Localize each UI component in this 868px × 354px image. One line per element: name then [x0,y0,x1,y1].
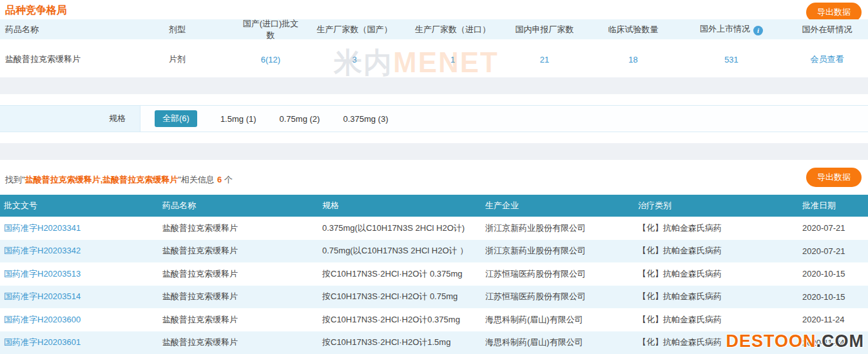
cell-manufacturer: 海思科制药(眉山)有限公司 [481,314,634,326]
cell-manufacturer: 江苏恒瑞医药股份有限公司 [481,291,634,302]
approval-number-link[interactable]: 国药准字H20203601 [4,337,81,347]
summary-table-row: 盐酸普拉克索缓释片 片剂 6(12) 3 1 21 18 531 会员查看 [0,39,868,79]
col-approval-date: 批准日期 [798,200,868,211]
col-domestic-applicants: 国内申报厂家数 [499,24,590,35]
cell-manufacturer: 浙江京新药业股份有限公司 [481,222,634,234]
col-therapy-category: 治疗类别 [634,200,798,211]
cell-manufacturer: 海思科制药(眉山)有限公司 [481,337,634,348]
results-keyword: 盐酸普拉克索缓释片,盐酸普拉克索缓释片 [25,175,178,184]
col-import-manufacturers: 生产厂家数（进口） [406,24,499,35]
cell-approval-date: 2020-07-21 [798,246,868,256]
approval-number-link[interactable]: 国药准字H20203514 [4,291,81,301]
cell-therapy-category: 【化】抗帕金森氏病药 [634,291,798,302]
page-title: 品种竞争格局 [5,4,67,17]
filter-option-1-5mg[interactable]: 1.5mg (1) [220,114,256,124]
filter-option-all[interactable]: 全部(6) [155,110,197,127]
cell-approval-count-link[interactable]: 6(12) [261,55,280,64]
cell-specification: 按C10H17N3S·2HCl·H2O计 0.75mg [318,291,481,302]
results-middle: "相关信息 [178,175,215,184]
approval-number-link[interactable]: 国药准字H20203600 [4,315,81,324]
cell-therapy-category: 【化】抗帕金森氏病药 [634,222,798,234]
cell-approval-date: 2020-10-15 [798,269,868,279]
filter-option-0-75mg[interactable]: 0.75mg (2) [280,114,320,124]
cell-manufacturer: 浙江京新药业股份有限公司 [481,245,634,257]
filter-option-0-375mg[interactable]: 0.375mg (3) [343,114,388,124]
table-row: 国药准字H20203341 盐酸普拉克索缓释片 0.375mg(以C10H17N… [0,217,868,240]
results-suffix: 个 [224,175,233,184]
cell-drug-name: 盐酸普拉克索缓释片 [0,54,166,65]
col-overseas-marketed: 国外上市情况i [677,23,786,35]
section-divider [0,143,868,160]
cell-drug-name: 盐酸普拉克索缓释片 [159,268,318,280]
results-summary-text: 找到"盐酸普拉克索缓释片,盐酸普拉克索缓释片"相关信息6个 [5,174,233,186]
col-domestic-manufacturers: 生产厂家数（国产） [303,24,406,35]
cell-therapy-category: 【化】抗帕金森氏病药 [634,268,798,280]
cell-import-manufacturers-link[interactable]: 1 [450,55,455,64]
cell-overseas-marketed-link[interactable]: 531 [724,55,738,64]
section-divider [0,77,868,94]
cell-therapy-category: 【化】抗帕金森氏病药 [634,314,798,326]
table-row: 国药准字H20203601 盐酸普拉克索缓释片 按C10H17N3S·2HCl·… [0,331,868,354]
col-specification: 规格 [318,200,481,211]
cell-approval-date: 2020-11-24 [798,338,868,348]
col-overseas-research: 国外在研情况 [786,24,868,35]
table-row: 国药准字H20203342 盐酸普拉克索缓释片 0.75mg(以C10H17N3… [0,240,868,263]
results-table-header: 批文文号 药品名称 规格 生产企业 治疗类别 批准日期 [0,195,868,217]
col-drug-name: 药品名称 [0,24,166,35]
cell-clinical-trials-link[interactable]: 18 [628,55,637,64]
cell-manufacturer: 江苏恒瑞医药股份有限公司 [481,268,634,280]
cell-therapy-category: 【化】抗帕金森氏病药 [634,337,798,348]
export-data-button-results[interactable]: 导出数据 [806,168,862,187]
summary-table: 药品名称 剂型 国产(进口)批文数 生产厂家数（国产） 生产厂家数（进口） 国内… [0,19,868,79]
cell-specification: 0.375mg(以C10H17N3S 2HCl H2O计) [318,222,481,234]
spec-filter-bar: 规格 全部(6) 1.5mg (1) 0.75mg (2) 0.375mg (3… [0,105,868,132]
col-overseas-marketed-label: 国外上市情况 [700,24,750,34]
col-dosage-form: 剂型 [166,24,238,35]
cell-domestic-manufacturers-link[interactable]: 3 [352,55,356,64]
cell-drug-name: 盐酸普拉克索缓释片 [159,314,318,326]
summary-table-header: 药品名称 剂型 国产(进口)批文数 生产厂家数（国产） 生产厂家数（进口） 国内… [0,19,868,39]
approval-number-link[interactable]: 国药准字H20203342 [4,246,81,255]
col-approval-count: 国产(进口)批文数 [238,18,303,41]
cell-drug-name: 盐酸普拉克索缓释片 [159,245,318,257]
cell-drug-name: 盐酸普拉克索缓释片 [159,291,318,302]
col-approval-number: 批文文号 [0,200,159,211]
approval-number-link[interactable]: 国药准字H20203341 [4,223,81,233]
col-clinical-trials: 临床试验数量 [590,24,677,35]
results-count: 6 [217,175,222,184]
cell-specification: 0.75mg(以C10H17N3S 2HCl H2O计 ） [318,245,481,257]
cell-domestic-applicants-link[interactable]: 21 [540,55,549,64]
cell-drug-name: 盐酸普拉克索缓释片 [159,222,318,234]
cell-specification: 按C10H17N3S·2HCl·H2O计 0.375mg [318,268,481,280]
col-manufacturer: 生产企业 [481,200,634,211]
cell-therapy-category: 【化】抗帕金森氏病药 [634,245,798,257]
info-icon[interactable]: i [753,26,763,35]
spec-filter-label: 规格 [0,106,140,132]
results-table: 批文文号 药品名称 规格 生产企业 治疗类别 批准日期 国药准字H2020334… [0,195,868,354]
table-row: 国药准字H20203513 盐酸普拉克索缓释片 按C10H17N3S·2HCl·… [0,262,868,286]
cell-approval-date: 2020-10-15 [798,292,868,302]
cell-specification: 按C10H17N3S·2HCl·H2O计0.375mg [318,314,481,326]
cell-approval-date: 2020-11-24 [798,315,868,324]
cell-specification: 按C10H17N3S·2HCl·H2O计1.5mg [318,337,481,348]
approval-number-link[interactable]: 国药准字H20203513 [4,269,81,279]
spec-filter-options: 全部(6) 1.5mg (1) 0.75mg (2) 0.375mg (3) [140,106,868,132]
table-row: 国药准字H20203600 盐酸普拉克索缓释片 按C10H17N3S·2HCl·… [0,308,868,331]
member-view-link[interactable]: 会员查看 [811,54,844,64]
cell-drug-name: 盐酸普拉克索缓释片 [159,337,318,348]
cell-approval-date: 2020-07-21 [798,223,868,233]
results-prefix: 找到" [5,175,25,184]
col-drug-name: 药品名称 [159,200,318,211]
table-row: 国药准字H20203514 盐酸普拉克索缓释片 按C10H17N3S·2HCl·… [0,286,868,309]
cell-dosage-form: 片剂 [166,54,238,65]
